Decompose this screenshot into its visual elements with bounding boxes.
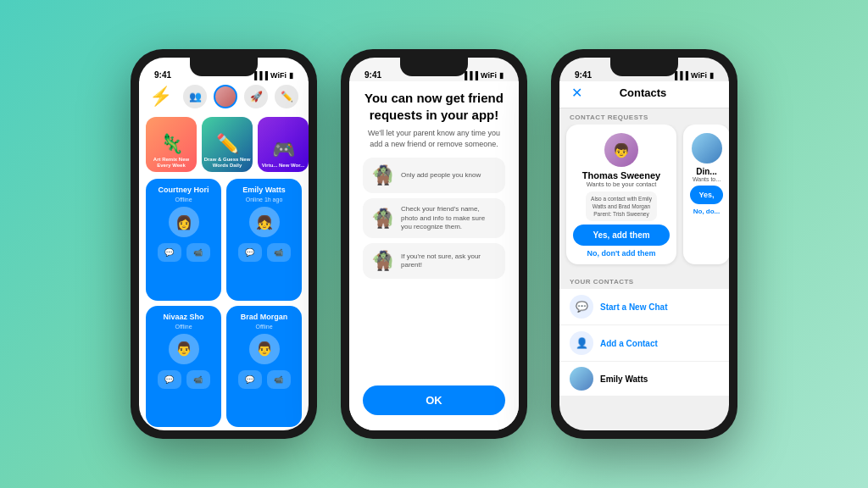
courtney-avatar: 👩 — [169, 207, 199, 237]
info-item-3: 🧌 If you're not sure, ask your parent! — [363, 243, 505, 279]
status-icons-1: ▐▐▐ WiFi ▮ — [252, 71, 293, 80]
contacts-title: Contacts — [620, 86, 667, 99]
contact-nivaaz[interactable]: Nivaaz Sho Offline 👨 💬 📹 — [146, 306, 221, 428]
thomas-parent: Parent: Trish Sweeney — [593, 211, 648, 217]
status-icons-3: ▐▐▐ WiFi ▮ — [672, 71, 714, 80]
courtney-chat[interactable]: 💬 — [158, 243, 181, 262]
status-icons-2: ▐▐▐ WiFi ▮ — [462, 71, 504, 80]
messenger-logo: ⚡ — [149, 86, 172, 108]
courtney-video[interactable]: 📹 — [186, 243, 210, 262]
thomas-info-line2: Watts and Brad Morgan — [593, 203, 650, 209]
close-button[interactable]: ✕ — [571, 85, 582, 101]
contact-brad[interactable]: Brad Morgan Offline 👨 💬 📹 — [226, 306, 302, 428]
contacts-grid: Courtney Hori Offline 👩 💬 📹 Emily Watts … — [139, 175, 309, 430]
wifi-icon-2: WiFi — [481, 71, 497, 80]
nivaaz-video[interactable]: 📹 — [186, 370, 210, 389]
info-item-2: 🧌 Check your friend's name, photo and in… — [363, 198, 505, 238]
phone-2: 9:41 ▐▐▐ WiFi ▮ You can now get friend r… — [341, 49, 527, 439]
wifi-icon-3: WiFi — [691, 71, 707, 80]
request-card-thomas: 👦 Thomas Sweeney Wants to be your contac… — [566, 125, 676, 264]
nivaaz-actions: 💬 📹 — [158, 370, 210, 389]
add-contact-label: Add a Contact — [600, 339, 658, 348]
phone2-content: You can now get friend requests in your … — [349, 81, 519, 430]
thomas-yes-button[interactable]: Yes, add them — [573, 225, 670, 246]
battery-icon-2: ▮ — [499, 71, 504, 80]
user-avatar[interactable] — [214, 85, 237, 108]
notch-1 — [190, 58, 258, 76]
thomas-info-line1: Also a contact with Emily — [591, 196, 652, 202]
emily-contact-row[interactable]: Emily Watts — [559, 362, 729, 396]
contact-emily[interactable]: Emily Watts Online 1h ago 👧 💬 📹 — [226, 179, 302, 301]
contact-requests-label: CONTACT REQUESTS — [559, 108, 729, 125]
ok-button[interactable]: OK — [363, 385, 505, 415]
thomas-subtitle: Wants to be your contact — [587, 180, 657, 188]
din-yes-button[interactable]: Yes, — [690, 186, 723, 204]
phone-1: 9:41 ▐▐▐ WiFi ▮ ⚡ 👥 🚀 ✏️ 🦎 — [131, 49, 317, 439]
phones-container: 9:41 ▐▐▐ WiFi ▮ ⚡ 👥 🚀 ✏️ 🦎 — [131, 49, 737, 439]
brad-video[interactable]: 📹 — [267, 370, 291, 389]
time-2: 9:41 — [364, 70, 381, 80]
people-icon[interactable]: 👥 — [183, 85, 207, 108]
notch-2 — [400, 58, 468, 76]
game-art-remix[interactable]: 🦎 Art Remix New Every Week — [146, 117, 197, 172]
emily-actions: 💬 📹 — [238, 243, 291, 262]
game2-icon: ✏️ — [216, 133, 239, 155]
info-icon-2: 🧌 — [371, 208, 394, 230]
rocket-icon[interactable]: 🚀 — [244, 85, 268, 108]
phone1-header: ⚡ 👥 🚀 ✏️ — [139, 81, 309, 114]
info-icon-1: 🧌 — [371, 164, 394, 186]
start-chat-label: Start a New Chat — [600, 302, 667, 312]
notch-3 — [610, 58, 678, 76]
emily-video[interactable]: 📹 — [267, 243, 291, 262]
friend-request-subtitle: We'll let your parent know any time you … — [363, 128, 505, 149]
din-avatar — [692, 133, 722, 164]
phone3-header: ✕ Contacts — [559, 81, 729, 108]
info-item-1: 🧌 Only add people you know — [363, 158, 505, 193]
start-chat-row[interactable]: 💬 Start a New Chat — [559, 289, 729, 324]
din-subtitle: Wants to... — [693, 176, 721, 182]
info-text-3: If you're not sure, ask your parent! — [401, 252, 497, 270]
request-card-din: Din... Wants to... Yes, No, do... — [683, 125, 729, 264]
emily-avatar: 👧 — [249, 207, 280, 237]
thomas-avatar: 👦 — [604, 133, 638, 167]
brad-avatar: 👨 — [249, 334, 280, 364]
game1-icon: 🦎 — [160, 133, 183, 155]
wifi-icon: WiFi — [270, 71, 287, 80]
your-contacts-section: YOUR CONTACTS 💬 Start a New Chat 👤 Add a… — [559, 271, 729, 396]
edit-icon[interactable]: ✏️ — [275, 85, 298, 108]
din-no-button[interactable]: No, do... — [693, 208, 721, 215]
brad-chat[interactable]: 💬 — [238, 370, 262, 389]
nivaaz-avatar: 👨 — [169, 334, 199, 364]
contact-courtney[interactable]: Courtney Hori Offline 👩 💬 📹 — [146, 179, 221, 301]
courtney-actions: 💬 📹 — [158, 243, 210, 262]
nivaaz-chat[interactable]: 💬 — [158, 370, 181, 389]
info-text-1: Only add people you know — [401, 171, 481, 180]
add-contact-row[interactable]: 👤 Add a Contact — [559, 325, 729, 361]
thomas-name: Thomas Sweeney — [582, 170, 660, 180]
your-contacts-label: YOUR CONTACTS — [559, 273, 729, 289]
thomas-info: Also a contact with Emily Watts and Brad… — [586, 191, 657, 221]
brad-actions: 💬 📹 — [238, 370, 291, 389]
games-row: 🦎 Art Remix New Every Week ✏️ Draw & Gue… — [139, 114, 309, 175]
add-contact-icon: 👤 — [570, 331, 593, 355]
phone3-body: CONTACT REQUESTS 👦 Thomas Sweeney Wants … — [559, 108, 729, 430]
din-name: Din... — [696, 167, 716, 176]
contact-requests-row: 👦 Thomas Sweeney Wants to be your contac… — [559, 125, 729, 271]
emily-chat[interactable]: 💬 — [238, 243, 262, 262]
time-1: 9:41 — [154, 70, 171, 80]
game3-icon: 🎮 — [272, 139, 295, 161]
battery-icon: ▮ — [289, 71, 293, 80]
emily-list-avatar — [570, 367, 593, 391]
game-draw-guess[interactable]: ✏️ Draw & Guess New Words Daily — [202, 117, 253, 172]
emily-list-name: Emily Watts — [600, 374, 648, 384]
battery-icon-3: ▮ — [709, 71, 714, 80]
time-3: 9:41 — [575, 70, 592, 80]
header-icons: 👥 🚀 ✏️ — [183, 85, 298, 108]
chat-action-icon: 💬 — [570, 295, 593, 319]
game-virtual[interactable]: 🎮 Virtu... New Wor... — [258, 117, 309, 172]
info-text-2: Check your friend's name, photo and info… — [401, 205, 497, 231]
thomas-no-button[interactable]: No, don't add them — [587, 249, 655, 258]
friend-request-title: You can now get friend requests in your … — [363, 90, 505, 123]
info-icon-3: 🧌 — [371, 250, 394, 272]
phone-3: 9:41 ▐▐▐ WiFi ▮ ✕ Contacts CONTACT REQUE… — [551, 49, 737, 439]
